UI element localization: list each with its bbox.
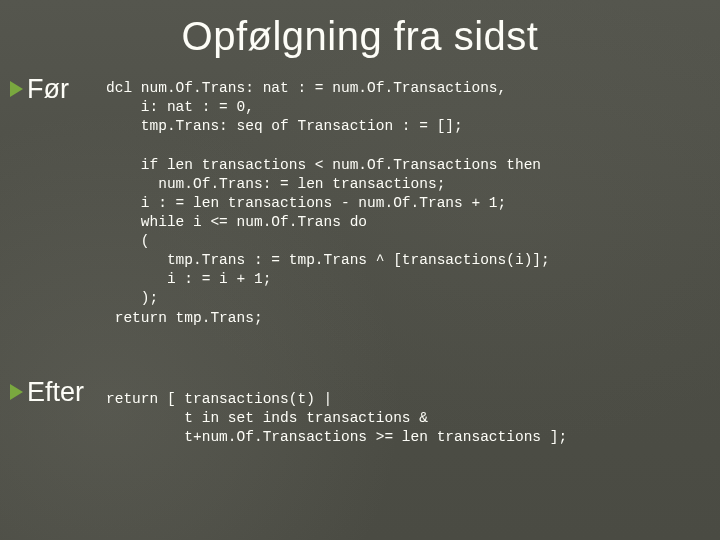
after-label: Efter	[10, 376, 106, 408]
before-code: dcl num.Of.Trans: nat : = num.Of.Transac…	[106, 79, 550, 328]
after-code: return [ transactions(t) | t in set inds…	[106, 390, 567, 447]
after-label-text: Efter	[27, 376, 84, 408]
before-section: Før dcl num.Of.Trans: nat : = num.Of.Tra…	[0, 73, 720, 328]
page-title: Opfølgning fra sidst	[0, 14, 720, 59]
bullet-arrow-icon	[10, 384, 23, 400]
after-section: Efter return [ transactions(t) | t in se…	[0, 376, 720, 447]
before-label-text: Før	[27, 73, 69, 105]
bullet-arrow-icon	[10, 81, 23, 97]
before-label: Før	[10, 73, 106, 105]
